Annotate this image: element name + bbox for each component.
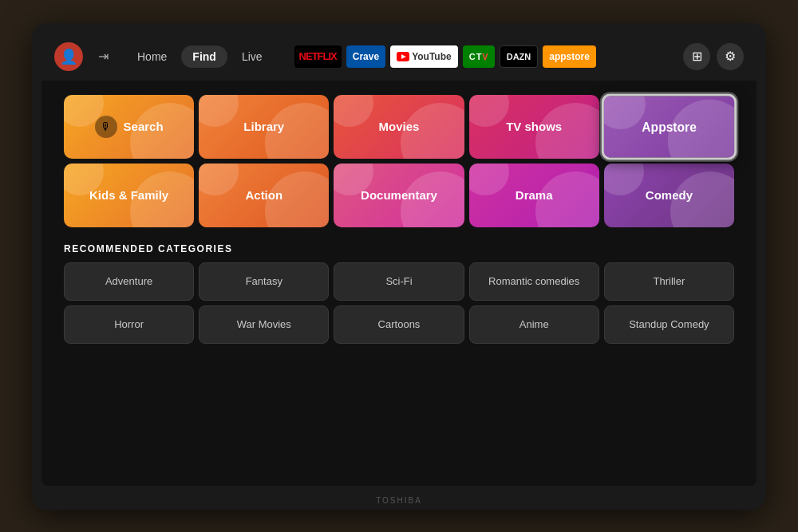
- appstore-service-nav[interactable]: appstore: [543, 45, 596, 68]
- rec-tile-war-movies[interactable]: War Movies: [199, 305, 329, 344]
- rec-tile-scifi[interactable]: Sci-Fi: [334, 262, 464, 301]
- rec-tile-label-scifi: Sci-Fi: [385, 275, 412, 287]
- rec-tile-fantasy[interactable]: Fantasy: [199, 262, 329, 301]
- rec-tile-label-war-movies: War Movies: [237, 318, 291, 330]
- rec-tile-thriller[interactable]: Thriller: [604, 262, 734, 301]
- rec-tile-label-standup-comedy: Standup Comedy: [629, 318, 709, 330]
- rec-tile-cartoons[interactable]: Cartoons: [334, 305, 464, 344]
- tile-tvshows[interactable]: TV shows: [469, 95, 599, 159]
- tile-documentary[interactable]: Documentary: [334, 164, 464, 227]
- netflix-service[interactable]: NETFLIX: [294, 45, 342, 68]
- crave-service[interactable]: Crave: [346, 45, 385, 68]
- rec-tile-label-horror: Horror: [114, 318, 144, 330]
- documentary-tile-label: Documentary: [361, 188, 437, 202]
- nav-live[interactable]: Live: [231, 45, 274, 68]
- action-tile-label: Action: [245, 188, 282, 202]
- tile-action[interactable]: Action: [199, 164, 329, 227]
- rec-tile-label-romantic-comedies: Romantic comedies: [488, 275, 579, 287]
- tile-search[interactable]: 🎙 Search: [64, 95, 194, 159]
- apps-icon-btn[interactable]: ⊞: [683, 43, 710, 70]
- gear-icon: ⚙: [725, 49, 736, 64]
- dazn-service[interactable]: DAZN: [500, 45, 539, 68]
- rec-tile-standup-comedy[interactable]: Standup Comedy: [604, 305, 734, 344]
- youtube-icon: [397, 52, 409, 61]
- ctv-service[interactable]: CTV: [463, 45, 495, 68]
- tiles-grid: 🎙 Search Library Movies TV shows Appstor…: [64, 95, 734, 227]
- rec-tile-label-anime: Anime: [519, 318, 549, 330]
- rec-tile-anime[interactable]: Anime: [469, 305, 599, 344]
- library-tile-label: Library: [243, 120, 284, 133]
- tile-drama[interactable]: Drama: [469, 164, 599, 227]
- movies-tile-label: Movies: [379, 120, 420, 133]
- sign-in-icon[interactable]: ⇥: [91, 45, 115, 69]
- youtube-service[interactable]: YouTube: [390, 45, 458, 68]
- nav-icons: ⊞ ⚙: [683, 43, 744, 70]
- nav-find[interactable]: Find: [181, 45, 227, 68]
- tv-outer: 👤 ⇥ Home Find Live NETFLIX Crave YouTube: [32, 23, 766, 510]
- tv-brand: TOSHIBA: [376, 496, 422, 505]
- drama-tile-label: Drama: [516, 188, 553, 202]
- comedy-tile-label: Comedy: [646, 188, 693, 202]
- recommended-title: RECOMMENDED CATEGORIES: [64, 243, 734, 254]
- tile-appstore[interactable]: Appstore: [602, 93, 737, 160]
- rec-tile-adventure[interactable]: Adventure: [64, 262, 194, 301]
- rec-tile-label-fantasy: Fantasy: [246, 275, 282, 287]
- rec-tile-horror[interactable]: Horror: [64, 305, 194, 344]
- recommended-section: RECOMMENDED CATEGORIES AdventureFantasyS…: [64, 243, 734, 344]
- tile-movies[interactable]: Movies: [334, 95, 464, 159]
- settings-icon-btn[interactable]: ⚙: [717, 43, 744, 70]
- nav-links: Home Find Live: [126, 45, 274, 68]
- rec-tile-label-thriller: Thriller: [654, 275, 685, 287]
- nav-home[interactable]: Home: [126, 45, 178, 68]
- nav-bar: 👤 ⇥ Home Find Live NETFLIX Crave YouTube: [41, 33, 757, 81]
- tile-comedy[interactable]: Comedy: [604, 164, 734, 227]
- apps-grid-icon: ⊞: [692, 49, 702, 64]
- search-mic-container: 🎙 Search: [95, 116, 164, 138]
- mic-icon: 🎙: [95, 116, 117, 138]
- tv-screen: 👤 ⇥ Home Find Live NETFLIX Crave YouTube: [41, 33, 757, 486]
- search-tile-label: Search: [124, 120, 164, 133]
- nav-services: NETFLIX Crave YouTube CTV DAZN appstore: [294, 45, 596, 68]
- avatar[interactable]: 👤: [54, 42, 83, 71]
- rec-tile-romantic-comedies[interactable]: Romantic comedies: [469, 262, 599, 301]
- tile-kidsfamily[interactable]: Kids & Family: [64, 164, 194, 227]
- tvshows-tile-label: TV shows: [506, 120, 562, 133]
- tile-library[interactable]: Library: [199, 95, 329, 159]
- main-content: 🎙 Search Library Movies TV shows Appstor…: [41, 81, 757, 486]
- kidsfamily-tile-label: Kids & Family: [89, 188, 168, 202]
- appstore-tile-label: Appstore: [642, 120, 696, 134]
- rec-tile-label-adventure: Adventure: [105, 275, 152, 287]
- recommended-grid: AdventureFantasySci-FiRomantic comediesT…: [64, 262, 734, 344]
- rec-tile-label-cartoons: Cartoons: [378, 318, 421, 330]
